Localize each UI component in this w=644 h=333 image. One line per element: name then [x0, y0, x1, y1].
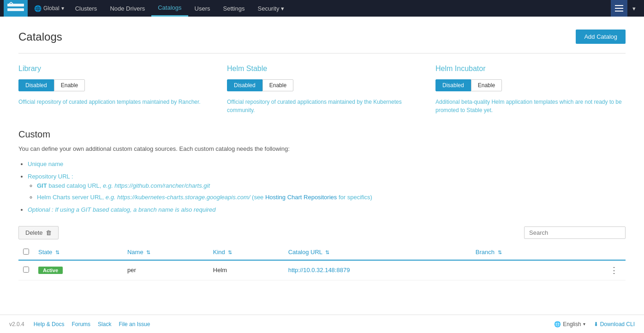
helm-example: e.g. https://kubernetes-charts.storage.g…: [106, 194, 250, 201]
main-content: Catalogs Add Catalog Library Disabled En…: [0, 17, 644, 315]
svg-rect-2: [615, 5, 623, 6]
global-dropdown[interactable]: 🌐 Global ▾: [30, 0, 69, 17]
branch-column-header[interactable]: Branch ⇅: [471, 245, 565, 260]
helm-stable-title: Helm Stable: [227, 65, 417, 73]
git-url-item: GIT based catalog URL, e.g. https://gith…: [37, 181, 626, 191]
svg-rect-1: [7, 8, 24, 11]
delete-button[interactable]: Delete 🗑: [18, 226, 59, 239]
row-branch-cell: [471, 260, 565, 280]
nav-node-drivers[interactable]: Node Drivers: [103, 0, 151, 17]
download-cli-label: Download CLI: [600, 321, 635, 327]
list-item-repo-url: Repository URL : GIT based catalog URL, …: [28, 172, 626, 202]
state-column-header[interactable]: State ⇅: [34, 245, 123, 260]
list-item-unique-name: Unique name: [28, 160, 626, 169]
git-label: GIT: [37, 182, 47, 189]
helm-incubator-toggle: Disabled Enable: [435, 79, 626, 91]
state-sort-icon: ⇅: [55, 250, 60, 255]
name-sort-icon: ⇅: [146, 250, 150, 255]
forums-link[interactable]: Forums: [72, 321, 90, 327]
helm-incubator-description: Additional beta-quality Helm application…: [435, 98, 626, 114]
footer-right: 🌐 English ▾ ⬇ Download CLI: [554, 321, 635, 327]
helm-stable-enable-btn[interactable]: Enable: [262, 79, 293, 91]
rancher-logo[interactable]: [4, 0, 28, 17]
library-title: Library: [18, 65, 209, 73]
helm-incubator-enable-btn[interactable]: Enable: [471, 79, 502, 91]
header-divider: [18, 53, 626, 54]
name-column-header[interactable]: Name ⇅: [123, 245, 209, 260]
custom-catalogs-table: State ⇅ Name ⇅ Kind ⇅ Catalog URL ⇅: [18, 245, 626, 280]
state-badge: Active: [38, 267, 63, 274]
table-toolbar: Delete 🗑: [18, 226, 626, 239]
kind-column-header[interactable]: Kind ⇅: [209, 245, 284, 260]
helm-stable-disabled-btn[interactable]: Disabled: [227, 79, 262, 91]
search-input[interactable]: [524, 226, 626, 239]
library-enable-btn[interactable]: Enable: [54, 79, 85, 91]
globe-icon: 🌐: [34, 5, 42, 12]
library-toggle: Disabled Enable: [18, 79, 209, 91]
table-header-row: State ⇅ Name ⇅ Kind ⇅ Catalog URL ⇅: [18, 245, 626, 260]
download-cli-button[interactable]: ⬇ Download CLI: [594, 321, 635, 327]
helm-incubator-disabled-btn[interactable]: Disabled: [435, 79, 471, 91]
custom-requirements-list: Unique name Repository URL : GIT based c…: [18, 160, 626, 215]
table-row: Active per Helm http://10.0.32.148:8879 …: [18, 260, 626, 280]
list-item-optional: Optional : If using a GIT based catalog,…: [28, 205, 626, 215]
custom-section: Custom You can define your own additiona…: [18, 129, 626, 215]
select-all-checkbox[interactable]: [23, 249, 29, 255]
actions-column-header: [565, 245, 626, 260]
library-disabled-btn[interactable]: Disabled: [18, 79, 54, 91]
git-example: e.g. https://github.com/rancher/charts.g…: [103, 182, 210, 189]
delete-label: Delete: [25, 229, 43, 236]
row-checkbox[interactable]: [23, 267, 29, 273]
custom-description: You can define your own additional custo…: [18, 144, 626, 154]
hosting-chart-link[interactable]: Hosting Chart Repositories: [265, 194, 337, 201]
nav-right: ▾: [611, 0, 640, 17]
footer: v2.0.4 Help & Docs Forums Slack File an …: [0, 315, 644, 333]
row-checkbox-cell: [18, 260, 34, 280]
global-label: Global: [43, 5, 60, 12]
row-actions-cell: ⋮: [565, 260, 626, 280]
unique-name-text: Unique name: [28, 161, 63, 167]
catalog-card-library: Library Disabled Enable Official reposit…: [18, 65, 209, 114]
version-label: v2.0.4: [9, 321, 24, 327]
nav-items: Clusters Node Drivers Catalogs Users Set…: [69, 0, 611, 17]
slack-link[interactable]: Slack: [98, 321, 111, 327]
row-actions-button[interactable]: ⋮: [607, 264, 621, 276]
add-catalog-button[interactable]: Add Catalog: [576, 30, 626, 44]
file-issue-link[interactable]: File an Issue: [119, 321, 150, 327]
language-label: English: [563, 321, 581, 327]
row-kind-cell: Helm: [209, 260, 284, 280]
security-chevron-icon: ▾: [281, 5, 284, 12]
top-navigation: 🌐 Global ▾ Clusters Node Drivers Catalog…: [0, 0, 644, 17]
language-selector[interactable]: 🌐 English ▾: [554, 321, 585, 327]
catalog-url-link[interactable]: http://10.0.32.148:8879: [288, 267, 350, 274]
nav-more-chevron[interactable]: ▾: [627, 0, 640, 17]
svg-rect-3: [615, 8, 623, 9]
trash-icon: 🗑: [46, 229, 52, 236]
nav-security[interactable]: Security ▾: [251, 0, 291, 17]
nav-catalogs[interactable]: Catalogs: [151, 0, 188, 17]
chevron-down-icon: ▾: [61, 5, 64, 12]
optional-text: Optional : If using a GIT based catalog,…: [28, 206, 216, 213]
table-section: Delete 🗑 State ⇅ Name ⇅: [18, 226, 626, 280]
download-icon: ⬇: [594, 321, 598, 327]
helm-incubator-title: Helm Incubator: [435, 65, 626, 73]
nav-clusters[interactable]: Clusters: [69, 0, 104, 17]
nav-settings[interactable]: Settings: [217, 0, 251, 17]
hamburger-menu-button[interactable]: [611, 0, 627, 17]
page-title: Catalogs: [18, 30, 62, 43]
row-catalog-url-cell: http://10.0.32.148:8879: [284, 260, 471, 280]
nav-users[interactable]: Users: [188, 0, 217, 17]
select-all-header: [18, 245, 34, 260]
svg-rect-0: [7, 4, 24, 6]
catalog-url-column-header[interactable]: Catalog URL ⇅: [284, 245, 471, 260]
globe-footer-icon: 🌐: [554, 321, 561, 327]
kind-sort-icon: ⇅: [228, 250, 232, 255]
help-docs-link[interactable]: Help & Docs: [34, 321, 65, 327]
branch-sort-icon: ⇅: [498, 250, 502, 255]
helm-stable-toggle: Disabled Enable: [227, 79, 417, 91]
repo-url-sublist: GIT based catalog URL, e.g. https://gith…: [28, 181, 626, 202]
helm-url-item: Helm Charts server URL, e.g. https://kub…: [37, 193, 626, 202]
helm-stable-description: Official repository of curated applicati…: [227, 98, 417, 114]
row-name-cell: per: [123, 260, 209, 280]
catalog-url-sort-icon: ⇅: [325, 250, 329, 255]
